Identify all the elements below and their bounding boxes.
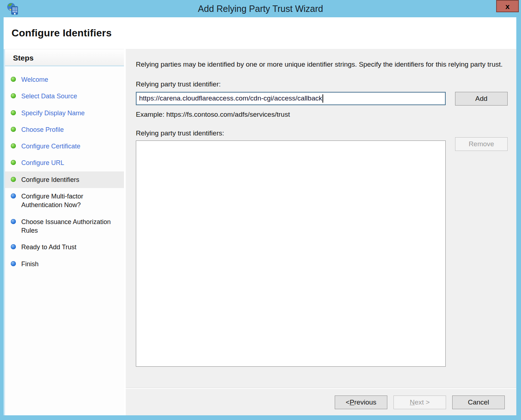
intro-text: Relying parties may be identified by one… — [136, 59, 507, 70]
step-finish: Finish — [5, 256, 124, 272]
identifiers-list-label: Relying party trust identifiers: — [136, 129, 508, 137]
step-ready-to-add-trust: Ready to Add Trust — [5, 239, 124, 255]
wizard-button-bar: < Previous Next > Cancel — [126, 388, 516, 415]
cancel-button[interactable]: Cancel — [452, 396, 505, 409]
wizard-window: Configure Identifiers Steps Welcome Sele… — [4, 17, 516, 415]
step-welcome[interactable]: Welcome — [5, 71, 124, 88]
step-done-bullet-icon — [11, 143, 16, 148]
example-text: Example: https://fs.contoso.com/adfs/ser… — [136, 111, 508, 119]
identifiers-listbox[interactable] — [136, 140, 446, 367]
step-current-bullet-icon — [11, 177, 16, 182]
step-specify-display-name[interactable]: Specify Display Name — [5, 105, 124, 121]
step-done-bullet-icon — [11, 110, 16, 115]
identifier-field-label: Relying party trust identifier: — [136, 80, 508, 88]
relying-party-identifier-input[interactable]: https://carena.cloudflareaccess.com/cdn-… — [136, 92, 446, 105]
step-todo-bullet-icon — [11, 219, 16, 224]
step-choose-issuance-rules: Choose Issuance Authorization Rules — [5, 214, 124, 239]
window-title: Add Relying Party Trust Wizard — [198, 4, 323, 14]
adfs-wizard-icon — [6, 2, 19, 16]
content-pane: Relying parties may be identified by one… — [126, 49, 516, 388]
next-button[interactable]: Next > — [393, 396, 446, 409]
step-done-bullet-icon — [11, 77, 16, 82]
step-configure-url[interactable]: Configure URL — [5, 155, 124, 171]
step-choose-profile[interactable]: Choose Profile — [5, 121, 124, 138]
add-button[interactable]: Add — [455, 92, 508, 106]
page-title: Configure Identifiers — [12, 27, 112, 39]
steps-list: Welcome Select Data Source Specify Displ… — [5, 66, 124, 272]
step-done-bullet-icon — [11, 93, 16, 98]
identifier-input-value: https://carena.cloudflareaccess.com/cdn-… — [139, 94, 322, 102]
step-configure-identifiers[interactable]: Configure Identifiers — [5, 171, 124, 188]
step-done-bullet-icon — [11, 127, 16, 132]
step-done-bullet-icon — [11, 160, 16, 165]
steps-heading: Steps — [5, 49, 124, 66]
close-button[interactable]: x — [496, 0, 519, 12]
steps-sidebar: Steps Welcome Select Data Source Specify… — [4, 49, 124, 415]
text-caret — [322, 94, 323, 103]
step-configure-multifactor: Configure Multi-factor Authentication No… — [5, 188, 124, 214]
step-select-data-source[interactable]: Select Data Source — [5, 88, 124, 104]
title-bar: Add Relying Party Trust Wizard x — [0, 0, 521, 17]
step-configure-certificate[interactable]: Configure Certificate — [5, 138, 124, 155]
remove-button[interactable]: Remove — [455, 137, 508, 151]
step-todo-bullet-icon — [11, 261, 16, 266]
previous-button[interactable]: < Previous — [335, 396, 387, 409]
step-todo-bullet-icon — [11, 193, 16, 198]
step-todo-bullet-icon — [11, 244, 16, 249]
page-header: Configure Identifiers — [4, 17, 516, 49]
